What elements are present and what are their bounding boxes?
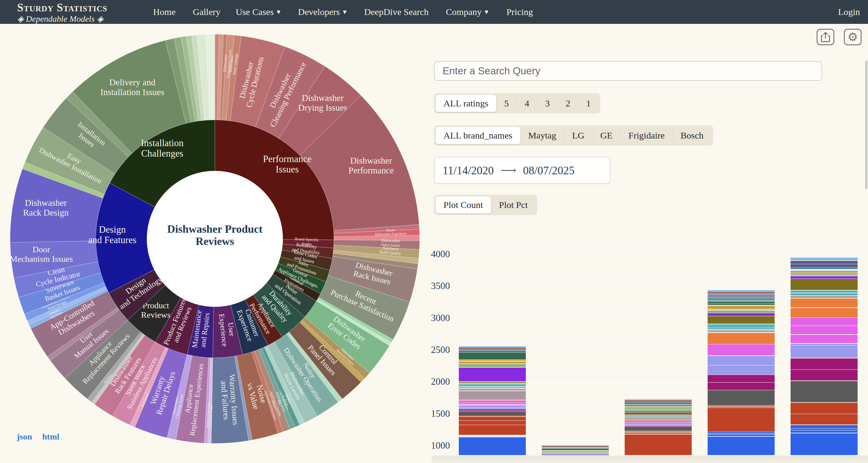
- bar-segment-teal[interactable]: [625, 416, 692, 416]
- bar-segment-mauve[interactable]: [625, 418, 692, 419]
- brand-option-bosch[interactable]: Bosch: [673, 127, 712, 144]
- bar-segment-pale[interactable]: [459, 346, 526, 346]
- bar-segment-slate[interactable]: [790, 261, 858, 264]
- bar-segment-red[interactable]: [708, 405, 775, 406]
- bar-segment-blue[interactable]: [790, 429, 858, 430]
- bar-segment-dmag[interactable]: [625, 427, 692, 427]
- bar-segment-sage[interactable]: [708, 309, 775, 310]
- bar-segment-dgray[interactable]: [625, 428, 692, 431]
- bar-segment-dgreen[interactable]: [708, 302, 775, 303]
- bar-segment-lblue[interactable]: [790, 258, 858, 258]
- nav-item-use-cases[interactable]: Use Cases▼: [236, 7, 282, 17]
- bar-segment-dteal[interactable]: [459, 350, 526, 351]
- bar-segment-dteal[interactable]: [708, 299, 775, 300]
- bar-segment-lblue[interactable]: [459, 346, 526, 347]
- bar-segment-orange[interactable]: [625, 420, 692, 421]
- bar-segment-brown[interactable]: [625, 400, 692, 402]
- brand-option-frigidaire[interactable]: Frigidaire: [620, 127, 673, 144]
- bar-segment-orange[interactable]: [459, 400, 526, 400]
- bar-segment-blue[interactable]: [790, 425, 858, 428]
- bar-segment-blue[interactable]: [790, 431, 858, 433]
- bar-segment-sage[interactable]: [459, 364, 526, 364]
- nav-item-home[interactable]: Home: [153, 7, 175, 17]
- rating-option-5[interactable]: 5: [496, 95, 517, 112]
- bar-segment-mauve[interactable]: [459, 391, 526, 400]
- bar-segment-teal[interactable]: [790, 291, 858, 293]
- bar-segment-red[interactable]: [625, 433, 692, 434]
- bar-segment-magenta[interactable]: [459, 401, 526, 402]
- bar-segment-sage[interactable]: [708, 311, 775, 313]
- bar-segment-pale[interactable]: [708, 290, 775, 290]
- bar-segment-gold[interactable]: [708, 306, 775, 309]
- bar-segment-brown[interactable]: [708, 292, 775, 294]
- bar-segment-teal[interactable]: [790, 293, 858, 295]
- bar-segment-dteal[interactable]: [459, 351, 526, 352]
- bar-segment-red[interactable]: [459, 417, 526, 421]
- bar-segment-peri[interactable]: [790, 345, 858, 358]
- bar-segment-mauve[interactable]: [459, 388, 526, 389]
- bar-segment-magenta[interactable]: [790, 335, 858, 343]
- bar-segment-sage[interactable]: [790, 273, 858, 274]
- bar-segment-brown[interactable]: [542, 446, 609, 448]
- bar-segment-dmag[interactable]: [708, 383, 775, 390]
- brand-option-maytag[interactable]: Maytag: [520, 127, 564, 144]
- bar-segment-dteal[interactable]: [790, 268, 858, 268]
- nav-item-gallery[interactable]: Gallery: [193, 7, 220, 17]
- bar-segment-teal[interactable]: [625, 415, 692, 415]
- stacked-bar-4[interactable]: [708, 290, 775, 455]
- bar-segment-slate[interactable]: [708, 295, 775, 296]
- bar-segment-red[interactable]: [459, 416, 526, 417]
- bar-segment-olive[interactable]: [790, 279, 858, 290]
- date-range-picker[interactable]: 11/14/2020 ⟶ 08/07/2025: [434, 157, 610, 184]
- bar-segment-sage[interactable]: [542, 453, 609, 454]
- bar-segment-red[interactable]: [790, 414, 858, 425]
- bar-segment-orange[interactable]: [790, 298, 858, 308]
- bar-segment-peri[interactable]: [790, 344, 858, 345]
- bar-segment-gold[interactable]: [459, 360, 526, 361]
- rating-option-all-ratings[interactable]: ALL ratings: [436, 95, 496, 112]
- bar-segment-lblue[interactable]: [790, 259, 858, 259]
- bar-segment-purple[interactable]: [542, 454, 609, 454]
- scrollbar[interactable]: [865, 24, 868, 463]
- bar-segment-dteal[interactable]: [790, 268, 858, 268]
- date-end[interactable]: 08/07/2025: [523, 164, 575, 177]
- bar-segment-mauve[interactable]: [708, 330, 775, 332]
- bar-segment-olive[interactable]: [625, 412, 692, 415]
- bar-segment-mauve[interactable]: [625, 417, 692, 418]
- brand-option-all-brand_names[interactable]: ALL brand_names: [436, 127, 520, 144]
- bar-segment-blue[interactable]: [708, 437, 775, 455]
- bar-segment-red[interactable]: [459, 421, 526, 425]
- bar-segment-magenta[interactable]: [790, 326, 858, 334]
- json-download-link[interactable]: json: [17, 432, 32, 441]
- bar-segment-red[interactable]: [625, 431, 692, 433]
- settings-button[interactable]: ⚙: [844, 29, 862, 45]
- stacked-bar-2[interactable]: [542, 445, 609, 455]
- nav-item-company[interactable]: Company▼: [446, 7, 489, 17]
- search-input[interactable]: [434, 61, 822, 81]
- bar-segment-purple[interactable]: [625, 411, 692, 412]
- bar-segment-gold[interactable]: [542, 451, 609, 451]
- bar-segment-dteal[interactable]: [625, 402, 692, 403]
- bar-segment-teal[interactable]: [459, 384, 526, 384]
- nav-item-pricing[interactable]: Pricing: [506, 7, 533, 17]
- bar-segment-peri[interactable]: [625, 423, 692, 425]
- bar-segment-dteal[interactable]: [708, 301, 775, 301]
- bar-segment-pale[interactable]: [625, 399, 692, 399]
- bar-segment-dmag[interactable]: [459, 410, 526, 411]
- bar-segment-sage[interactable]: [459, 364, 526, 367]
- bar-segment-dgreen[interactable]: [708, 304, 775, 305]
- bar-segment-gold[interactable]: [708, 305, 775, 306]
- bar-segment-magenta[interactable]: [708, 344, 775, 355]
- bar-segment-pale[interactable]: [790, 257, 858, 258]
- html-download-link[interactable]: html: [42, 432, 59, 441]
- nav-item-developers[interactable]: Developers▼: [298, 7, 348, 17]
- bar-segment-dmag[interactable]: [790, 358, 858, 369]
- bar-segment-dgreen[interactable]: [625, 405, 692, 406]
- share-button[interactable]: [816, 29, 834, 45]
- bar-segment-dmag[interactable]: [790, 370, 858, 381]
- bar-segment-mauve[interactable]: [708, 332, 775, 332]
- rating-option-1[interactable]: 1: [578, 95, 599, 112]
- bar-segment-blue[interactable]: [790, 433, 858, 455]
- bar-segment-lblue[interactable]: [542, 445, 609, 446]
- bar-segment-dgray[interactable]: [708, 390, 775, 405]
